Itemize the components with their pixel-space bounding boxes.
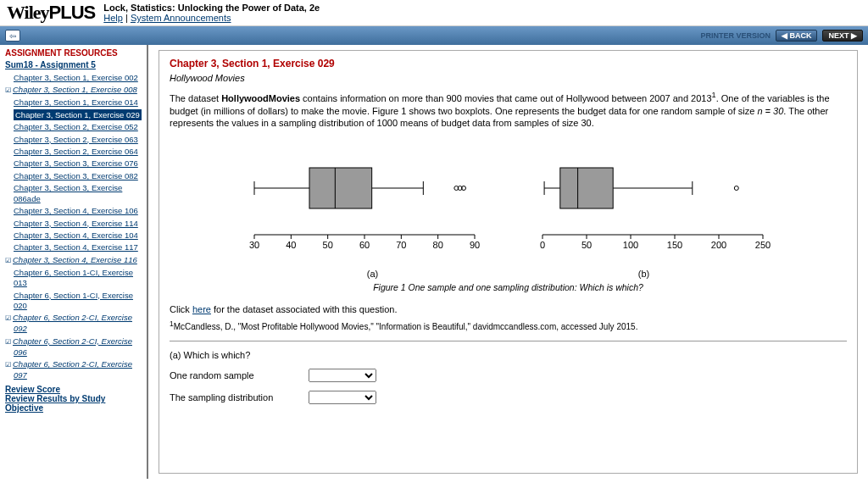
sidebar-item[interactable]: Chapter 3, Section 4, Exercise 116 [14, 254, 142, 265]
sidebar-item[interactable]: Chapter 6, Section 1-CI, Exercise 020 [14, 290, 142, 311]
sidebar-item[interactable]: Chapter 3, Section 3, Exercise 082 [14, 170, 142, 180]
next-button[interactable]: NEXT ▶ [822, 30, 863, 42]
row1-label: One random sample [170, 370, 297, 380]
svg-text:90: 90 [469, 240, 479, 250]
figure-1: 30405060708090 050100150200250 (a) (b) F… [170, 142, 847, 292]
svg-point-30 [734, 186, 738, 191]
svg-text:100: 100 [622, 240, 637, 250]
svg-text:150: 150 [666, 240, 682, 250]
sidebar-item[interactable]: Chapter 6, Section 2-CI, Exercise 096 [14, 336, 142, 357]
sidebar-item[interactable]: Chapter 6, Section 2-CI, Exercise 092 [14, 312, 142, 333]
assignment-link[interactable]: Sum18 - Assignment 5 [5, 60, 142, 69]
sidebar-item[interactable]: Chapter 3, Section 2, Exercise 064 [14, 146, 142, 156]
sidebar-item[interactable]: Chapter 6, Section 2-CI, Exercise 097 [14, 358, 142, 380]
dataset-link[interactable]: here [192, 304, 211, 314]
figure-caption: Figure 1 One sample and one sampling dis… [170, 282, 847, 292]
one-random-sample-select[interactable] [309, 369, 376, 382]
sidebar-item[interactable]: Chapter 3, Section 2, Exercise 063 [14, 134, 142, 144]
review-score-link[interactable]: Review Score [5, 385, 142, 394]
sidebar-item[interactable]: Chapter 3, Section 3, Exercise 086ade [14, 182, 142, 203]
sidebar-item[interactable]: Chapter 3, Section 1, Exercise 029 [14, 109, 142, 119]
svg-text:50: 50 [322, 240, 332, 250]
system-announcements-link[interactable]: System Announcements [131, 13, 231, 23]
question-a: (a) Which is which? [170, 350, 847, 360]
sidebar-item[interactable]: Chapter 3, Section 4, Exercise 117 [14, 242, 142, 252]
sidebar-item[interactable]: Chapter 3, Section 3, Exercise 076 [14, 158, 142, 168]
svg-text:50: 50 [581, 240, 591, 250]
boxplot-svg: 30405060708090 050100150200250 [237, 142, 780, 269]
review-results-link[interactable]: Review Results by Study Objective [5, 394, 142, 413]
dataset-line: Click here for the dataset associated wi… [170, 304, 847, 314]
plot-a-label: (a) [367, 269, 378, 279]
svg-text:60: 60 [359, 240, 369, 250]
book-title: Lock, Statistics: Unlocking the Power of… [103, 3, 320, 13]
sidebar-item[interactable]: Chapter 3, Section 2, Exercise 052 [14, 121, 142, 131]
sidebar-item[interactable]: Chapter 6, Section 1-CI, Exercise 013 [14, 267, 142, 288]
svg-text:30: 30 [248, 240, 259, 250]
sampling-distribution-select[interactable] [309, 391, 376, 404]
svg-text:80: 80 [432, 240, 442, 250]
svg-rect-4 [309, 168, 372, 208]
exercise-body: The dataset HollywoodMovies contains inf… [170, 90, 847, 130]
back-arrow-icon[interactable]: ⇦ [5, 30, 20, 42]
sidebar-item[interactable]: Chapter 3, Section 1, Exercise 002 [14, 72, 142, 82]
exercise-title: Chapter 3, Section 1, Exercise 029 [170, 58, 847, 69]
svg-rect-28 [559, 168, 612, 208]
sidebar-item[interactable]: Chapter 3, Section 4, Exercise 104 [14, 230, 142, 240]
svg-text:250: 250 [754, 240, 770, 250]
row2-label: The sampling distribution [170, 392, 297, 402]
sidebar-item[interactable]: Chapter 3, Section 1, Exercise 008 [14, 84, 142, 95]
svg-text:200: 200 [710, 240, 726, 250]
footnote: 1McCandless, D., "Most Profitable Hollyw… [170, 319, 847, 331]
svg-text:70: 70 [396, 240, 406, 250]
exercise-subtitle: Hollywood Movies [170, 73, 847, 83]
plot-b-label: (b) [638, 269, 649, 279]
back-button[interactable]: ◀ BACK [776, 30, 818, 42]
svg-text:0: 0 [539, 240, 544, 250]
help-link[interactable]: Help [103, 13, 123, 23]
sidebar: ASSIGNMENT RESOURCES Sum18 - Assignment … [0, 45, 148, 479]
sidebar-item[interactable]: Chapter 3, Section 1, Exercise 014 [14, 97, 142, 107]
logo: WileyPLUS [7, 2, 95, 24]
sidebar-heading: ASSIGNMENT RESOURCES [5, 48, 142, 58]
sidebar-item[interactable]: Chapter 3, Section 4, Exercise 114 [14, 218, 142, 228]
svg-text:40: 40 [286, 240, 296, 250]
printer-version-link[interactable]: PRINTER VERSION [700, 31, 771, 40]
sidebar-item[interactable]: Chapter 3, Section 4, Exercise 106 [14, 205, 142, 215]
